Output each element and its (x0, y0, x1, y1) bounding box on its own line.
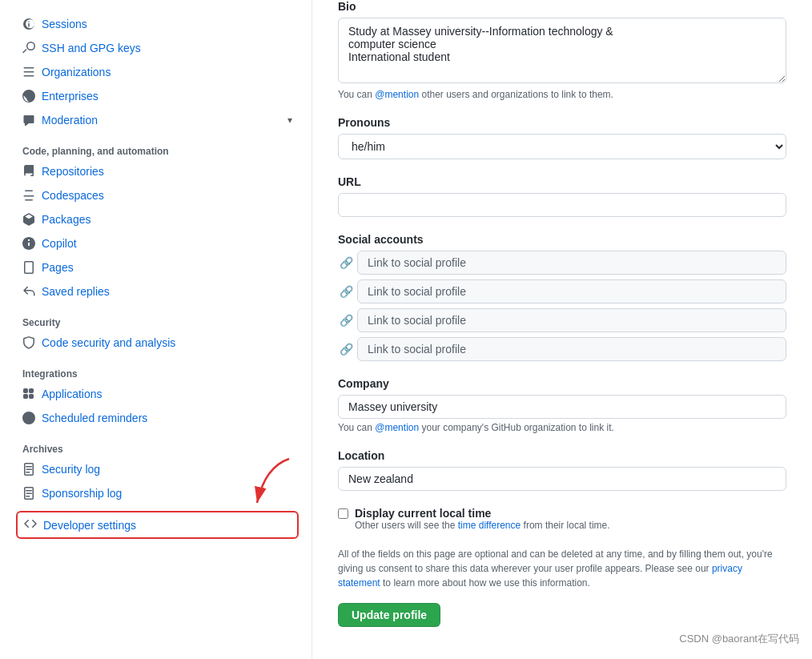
location-label: Location (338, 449, 786, 462)
sidebar-item-pages[interactable]: Pages (16, 256, 299, 279)
code-icon (24, 517, 37, 532)
sidebar-item-ssh[interactable]: SSH and GPG keys (16, 37, 299, 59)
section-label-security: Security (16, 304, 299, 332)
reply-icon (22, 285, 35, 298)
sidebar-item-moderation[interactable]: Moderation ▾ (16, 109, 299, 131)
developer-settings-label: Developer settings (43, 519, 136, 532)
pages-icon (22, 261, 35, 274)
social-accounts-label: Social accounts (338, 233, 786, 246)
section-label-code: Code, planning, and automation (16, 133, 299, 160)
codespaces-icon (22, 189, 35, 202)
sidebar-item-sessions[interactable]: Sessions (16, 13, 299, 35)
bio-mention-link[interactable]: @mention (375, 89, 419, 100)
pages-label: Pages (42, 261, 292, 274)
sidebar-item-scheduled-reminders[interactable]: Scheduled reminders (16, 407, 299, 429)
scheduled-reminders-label: Scheduled reminders (42, 412, 292, 424)
sidebar-item-security-log[interactable]: Security log (16, 458, 299, 480)
sponsorship-log-icon (22, 487, 35, 500)
sidebar-item-organizations[interactable]: Organizations (16, 61, 299, 83)
copilot-icon (22, 237, 35, 250)
repositories-label: Repositories (42, 165, 292, 178)
social-input-row-3: 🔗 (338, 308, 786, 332)
company-label: Company (338, 377, 786, 390)
bio-hint: You can @mention other users and organiz… (338, 89, 786, 100)
section-label-integrations: Integrations (16, 356, 299, 383)
link-icon-2: 🔗 (338, 285, 354, 298)
security-log-icon (22, 463, 35, 476)
company-hint: You can @mention your company's GitHub o… (338, 422, 786, 433)
globe-icon (22, 90, 35, 102)
comment-icon (22, 114, 35, 127)
display-time-row: Display current local time Other users w… (338, 507, 786, 531)
company-mention-link[interactable]: @mention (375, 422, 419, 433)
applications-label: Applications (42, 388, 292, 400)
company-input[interactable] (338, 395, 786, 419)
link-icon-4: 🔗 (338, 343, 354, 356)
key-icon (22, 42, 35, 54)
packages-label: Packages (42, 213, 292, 226)
social-input-3[interactable] (357, 308, 786, 332)
social-input-row-2: 🔗 (338, 279, 786, 303)
pronouns-section: Pronouns -- Select -- he/him she/her the… (338, 116, 786, 159)
sidebar-item-saved-replies[interactable]: Saved replies (16, 280, 299, 303)
url-input[interactable] (338, 193, 786, 217)
social-input-4[interactable] (357, 337, 786, 361)
location-section: Location (338, 449, 786, 491)
url-section: URL (338, 175, 786, 217)
saved-replies-label: Saved replies (42, 285, 292, 298)
display-time-section: Display current local time Other users w… (338, 507, 786, 531)
developer-settings-item[interactable]: Developer settings (16, 511, 299, 539)
sidebar-item-enterprises[interactable]: Enterprises (16, 85, 299, 107)
link-icon-1: 🔗 (338, 256, 354, 269)
social-input-row-4: 🔗 (338, 337, 786, 361)
social-accounts-section: Social accounts 🔗 🔗 🔗 🔗 (338, 233, 786, 361)
time-difference-link[interactable]: time difference (458, 520, 521, 531)
sponsorship-log-label: Sponsorship log (42, 487, 292, 500)
sidebar-item-copilot[interactable]: Copilot (16, 232, 299, 255)
sidebar-item-repositories[interactable]: Repositories (16, 160, 299, 183)
sidebar-item-codespaces[interactable]: Codespaces (16, 184, 299, 207)
security-log-label: Security log (42, 463, 292, 476)
link-icon-3: 🔗 (338, 314, 354, 327)
bio-textarea[interactable]: Study at Massey university--Information … (338, 18, 786, 83)
organizations-label: Organizations (42, 66, 292, 78)
display-time-hint: Other users will see the time difference… (355, 520, 610, 531)
repo-icon (22, 165, 35, 178)
display-time-checkbox[interactable] (338, 508, 348, 519)
clock-icon (22, 412, 35, 424)
package-icon (22, 213, 35, 226)
sidebar-item-sponsorship-log[interactable]: Sponsorship log (16, 482, 299, 504)
social-input-1[interactable] (357, 251, 786, 275)
codespaces-label: Codespaces (42, 189, 292, 202)
bio-section: Bio Study at Massey university--Informat… (338, 0, 786, 100)
pronouns-select[interactable]: -- Select -- he/him she/her they/them ot… (338, 134, 786, 159)
bio-label: Bio (338, 0, 786, 13)
ssh-label: SSH and GPG keys (42, 42, 292, 54)
wifi-icon (22, 18, 35, 30)
code-security-label: Code security and analysis (42, 336, 292, 349)
privacy-notice: All of the fields on this page are optio… (338, 547, 786, 590)
social-input-2[interactable] (357, 279, 786, 303)
location-input[interactable] (338, 467, 786, 491)
section-label-archives: Archives (16, 431, 299, 458)
watermark: CSDN @baorant在写代码 (679, 632, 799, 646)
shield-icon (22, 336, 35, 349)
update-profile-button[interactable]: Update profile (338, 603, 440, 627)
copilot-label: Copilot (42, 237, 292, 250)
sidebar-item-packages[interactable]: Packages (16, 208, 299, 231)
apps-icon (22, 388, 35, 400)
sidebar-item-applications[interactable]: Applications (16, 383, 299, 405)
sidebar: Sessions SSH and GPG keys Organizations … (0, 0, 312, 659)
table-icon (22, 66, 35, 78)
main-content: Bio Study at Massey university--Informat… (312, 0, 812, 659)
chevron-down-icon: ▾ (287, 115, 292, 126)
company-section: Company You can @mention your company's … (338, 377, 786, 433)
display-time-label[interactable]: Display current local time (355, 507, 491, 520)
privacy-statement-link[interactable]: privacy statement (338, 563, 742, 589)
url-label: URL (338, 175, 786, 188)
pronouns-label: Pronouns (338, 116, 786, 129)
sidebar-item-code-security[interactable]: Code security and analysis (16, 332, 299, 354)
enterprises-label: Enterprises (42, 90, 292, 102)
social-input-row-1: 🔗 (338, 251, 786, 275)
moderation-label: Moderation (42, 114, 281, 127)
